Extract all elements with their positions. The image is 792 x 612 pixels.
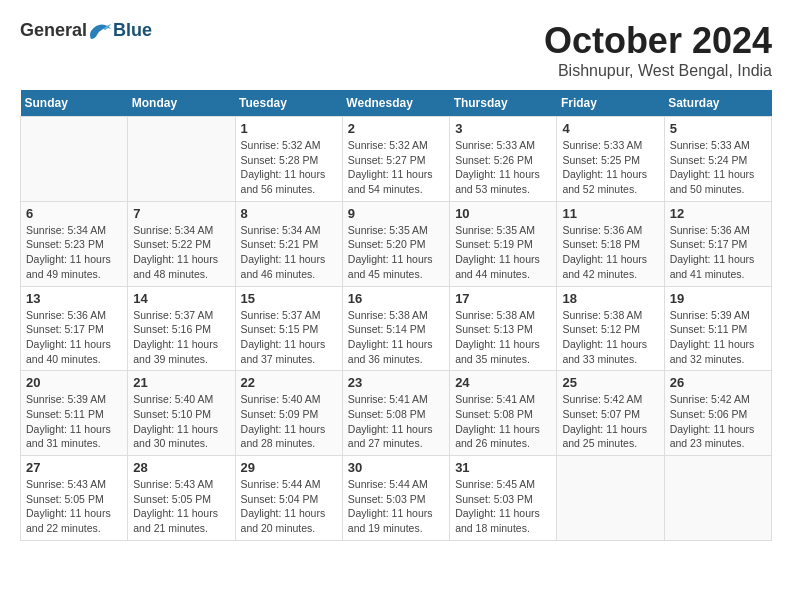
day-info: Sunrise: 5:38 AMSunset: 5:14 PMDaylight:… (348, 308, 444, 367)
day-info: Sunrise: 5:34 AMSunset: 5:22 PMDaylight:… (133, 223, 229, 282)
day-number: 2 (348, 121, 444, 136)
day-info: Sunrise: 5:33 AMSunset: 5:25 PMDaylight:… (562, 138, 658, 197)
day-number: 3 (455, 121, 551, 136)
calendar-cell: 31Sunrise: 5:45 AMSunset: 5:03 PMDayligh… (450, 456, 557, 541)
calendar-cell: 2Sunrise: 5:32 AMSunset: 5:27 PMDaylight… (342, 117, 449, 202)
day-info: Sunrise: 5:34 AMSunset: 5:21 PMDaylight:… (241, 223, 337, 282)
calendar-cell: 16Sunrise: 5:38 AMSunset: 5:14 PMDayligh… (342, 286, 449, 371)
calendar-cell: 19Sunrise: 5:39 AMSunset: 5:11 PMDayligh… (664, 286, 771, 371)
calendar-cell: 14Sunrise: 5:37 AMSunset: 5:16 PMDayligh… (128, 286, 235, 371)
day-number: 6 (26, 206, 122, 221)
day-number: 30 (348, 460, 444, 475)
day-number: 27 (26, 460, 122, 475)
calendar-cell: 6Sunrise: 5:34 AMSunset: 5:23 PMDaylight… (21, 201, 128, 286)
day-info: Sunrise: 5:33 AMSunset: 5:24 PMDaylight:… (670, 138, 766, 197)
calendar-week-3: 13Sunrise: 5:36 AMSunset: 5:17 PMDayligh… (21, 286, 772, 371)
calendar-cell: 3Sunrise: 5:33 AMSunset: 5:26 PMDaylight… (450, 117, 557, 202)
calendar-cell: 26Sunrise: 5:42 AMSunset: 5:06 PMDayligh… (664, 371, 771, 456)
page-header: General Blue October 2024 Bishnupur, Wes… (20, 20, 772, 80)
day-number: 13 (26, 291, 122, 306)
day-info: Sunrise: 5:37 AMSunset: 5:16 PMDaylight:… (133, 308, 229, 367)
calendar-table: SundayMondayTuesdayWednesdayThursdayFrid… (20, 90, 772, 541)
day-number: 14 (133, 291, 229, 306)
calendar-cell: 13Sunrise: 5:36 AMSunset: 5:17 PMDayligh… (21, 286, 128, 371)
header-day-wednesday: Wednesday (342, 90, 449, 117)
day-number: 4 (562, 121, 658, 136)
month-title: October 2024 (544, 20, 772, 62)
day-info: Sunrise: 5:36 AMSunset: 5:18 PMDaylight:… (562, 223, 658, 282)
calendar-cell: 22Sunrise: 5:40 AMSunset: 5:09 PMDayligh… (235, 371, 342, 456)
day-info: Sunrise: 5:39 AMSunset: 5:11 PMDaylight:… (26, 392, 122, 451)
day-number: 10 (455, 206, 551, 221)
location-text: Bishnupur, West Bengal, India (544, 62, 772, 80)
day-number: 31 (455, 460, 551, 475)
calendar-cell: 28Sunrise: 5:43 AMSunset: 5:05 PMDayligh… (128, 456, 235, 541)
day-info: Sunrise: 5:32 AMSunset: 5:28 PMDaylight:… (241, 138, 337, 197)
calendar-cell: 1Sunrise: 5:32 AMSunset: 5:28 PMDaylight… (235, 117, 342, 202)
header-day-tuesday: Tuesday (235, 90, 342, 117)
day-number: 25 (562, 375, 658, 390)
title-section: October 2024 Bishnupur, West Bengal, Ind… (544, 20, 772, 80)
calendar-cell: 15Sunrise: 5:37 AMSunset: 5:15 PMDayligh… (235, 286, 342, 371)
day-info: Sunrise: 5:34 AMSunset: 5:23 PMDaylight:… (26, 223, 122, 282)
calendar-week-1: 1Sunrise: 5:32 AMSunset: 5:28 PMDaylight… (21, 117, 772, 202)
day-info: Sunrise: 5:40 AMSunset: 5:09 PMDaylight:… (241, 392, 337, 451)
day-number: 28 (133, 460, 229, 475)
day-info: Sunrise: 5:36 AMSunset: 5:17 PMDaylight:… (670, 223, 766, 282)
day-number: 7 (133, 206, 229, 221)
calendar-cell (21, 117, 128, 202)
calendar-cell: 11Sunrise: 5:36 AMSunset: 5:18 PMDayligh… (557, 201, 664, 286)
day-number: 20 (26, 375, 122, 390)
calendar-cell: 27Sunrise: 5:43 AMSunset: 5:05 PMDayligh… (21, 456, 128, 541)
calendar-cell (128, 117, 235, 202)
day-number: 29 (241, 460, 337, 475)
day-number: 26 (670, 375, 766, 390)
day-info: Sunrise: 5:44 AMSunset: 5:04 PMDaylight:… (241, 477, 337, 536)
calendar-cell: 29Sunrise: 5:44 AMSunset: 5:04 PMDayligh… (235, 456, 342, 541)
day-number: 16 (348, 291, 444, 306)
calendar-cell: 9Sunrise: 5:35 AMSunset: 5:20 PMDaylight… (342, 201, 449, 286)
logo-general-text: General (20, 20, 87, 41)
day-info: Sunrise: 5:36 AMSunset: 5:17 PMDaylight:… (26, 308, 122, 367)
calendar-cell: 23Sunrise: 5:41 AMSunset: 5:08 PMDayligh… (342, 371, 449, 456)
day-info: Sunrise: 5:41 AMSunset: 5:08 PMDaylight:… (455, 392, 551, 451)
calendar-cell: 17Sunrise: 5:38 AMSunset: 5:13 PMDayligh… (450, 286, 557, 371)
day-info: Sunrise: 5:37 AMSunset: 5:15 PMDaylight:… (241, 308, 337, 367)
calendar-header-row: SundayMondayTuesdayWednesdayThursdayFrid… (21, 90, 772, 117)
day-number: 9 (348, 206, 444, 221)
day-number: 22 (241, 375, 337, 390)
day-number: 18 (562, 291, 658, 306)
day-info: Sunrise: 5:43 AMSunset: 5:05 PMDaylight:… (26, 477, 122, 536)
day-number: 21 (133, 375, 229, 390)
calendar-cell: 8Sunrise: 5:34 AMSunset: 5:21 PMDaylight… (235, 201, 342, 286)
day-number: 24 (455, 375, 551, 390)
day-number: 12 (670, 206, 766, 221)
calendar-week-2: 6Sunrise: 5:34 AMSunset: 5:23 PMDaylight… (21, 201, 772, 286)
day-number: 11 (562, 206, 658, 221)
day-info: Sunrise: 5:32 AMSunset: 5:27 PMDaylight:… (348, 138, 444, 197)
calendar-cell (664, 456, 771, 541)
day-number: 5 (670, 121, 766, 136)
day-info: Sunrise: 5:44 AMSunset: 5:03 PMDaylight:… (348, 477, 444, 536)
day-number: 15 (241, 291, 337, 306)
calendar-week-4: 20Sunrise: 5:39 AMSunset: 5:11 PMDayligh… (21, 371, 772, 456)
day-info: Sunrise: 5:38 AMSunset: 5:12 PMDaylight:… (562, 308, 658, 367)
header-day-monday: Monday (128, 90, 235, 117)
day-info: Sunrise: 5:35 AMSunset: 5:19 PMDaylight:… (455, 223, 551, 282)
day-info: Sunrise: 5:33 AMSunset: 5:26 PMDaylight:… (455, 138, 551, 197)
day-info: Sunrise: 5:43 AMSunset: 5:05 PMDaylight:… (133, 477, 229, 536)
day-info: Sunrise: 5:42 AMSunset: 5:06 PMDaylight:… (670, 392, 766, 451)
day-number: 17 (455, 291, 551, 306)
calendar-cell: 24Sunrise: 5:41 AMSunset: 5:08 PMDayligh… (450, 371, 557, 456)
calendar-cell: 18Sunrise: 5:38 AMSunset: 5:12 PMDayligh… (557, 286, 664, 371)
day-info: Sunrise: 5:41 AMSunset: 5:08 PMDaylight:… (348, 392, 444, 451)
day-info: Sunrise: 5:45 AMSunset: 5:03 PMDaylight:… (455, 477, 551, 536)
calendar-cell (557, 456, 664, 541)
calendar-cell: 21Sunrise: 5:40 AMSunset: 5:10 PMDayligh… (128, 371, 235, 456)
calendar-week-5: 27Sunrise: 5:43 AMSunset: 5:05 PMDayligh… (21, 456, 772, 541)
calendar-cell: 4Sunrise: 5:33 AMSunset: 5:25 PMDaylight… (557, 117, 664, 202)
day-info: Sunrise: 5:40 AMSunset: 5:10 PMDaylight:… (133, 392, 229, 451)
day-info: Sunrise: 5:35 AMSunset: 5:20 PMDaylight:… (348, 223, 444, 282)
logo: General Blue (20, 20, 152, 41)
calendar-cell: 10Sunrise: 5:35 AMSunset: 5:19 PMDayligh… (450, 201, 557, 286)
